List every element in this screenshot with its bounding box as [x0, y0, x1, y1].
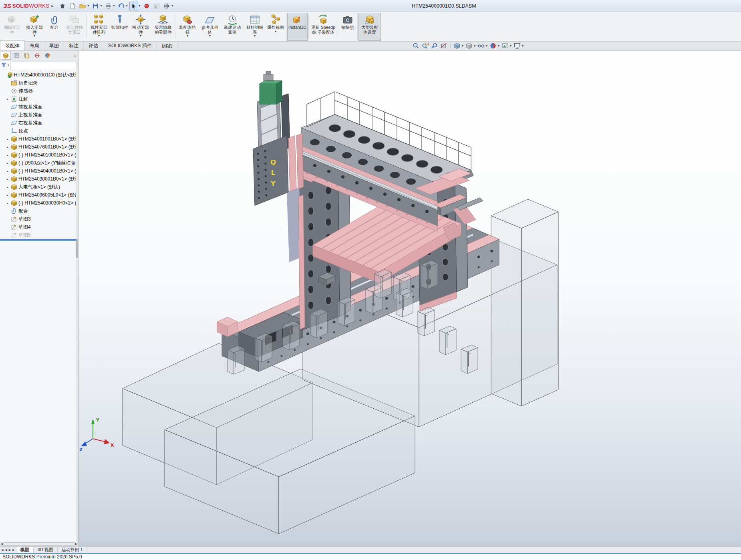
dropdown-caret-icon[interactable]: ▾ [254, 34, 256, 38]
previous-view-icon[interactable] [431, 42, 438, 49]
tree-item-annotations[interactable]: ▸注解 [0, 95, 78, 103]
tab-dimxpertmanager[interactable] [32, 52, 42, 60]
selection-filter-button[interactable] [152, 2, 161, 10]
ribbon-button-new-motion-study[interactable]: 新建运动算例 [221, 13, 244, 41]
expand-arrow-icon[interactable]: ▸ [6, 201, 10, 205]
options-dropdown-icon[interactable]: ▾ [172, 4, 173, 8]
ribbon-button-mate[interactable]: 配合 [46, 13, 63, 41]
tab-layout[interactable]: 布局 [25, 41, 44, 50]
select-tool-button[interactable] [129, 2, 138, 10]
tree-item-component[interactable]: ▸HTM254096005L0<1> (默认 [0, 191, 78, 199]
options-button[interactable] [162, 2, 171, 10]
dropdown-caret-icon[interactable]: ▾ [486, 44, 487, 48]
ribbon-button-component-preview[interactable]: 零部件预览窗口 [63, 13, 86, 41]
new-document-button[interactable] [68, 2, 77, 10]
print-dropdown-icon[interactable]: ▾ [113, 4, 115, 8]
apply-scene-icon[interactable] [501, 42, 509, 49]
ribbon-button-bill-of-materials[interactable]: 材料明细表 ▾ [244, 13, 266, 41]
print-button[interactable] [104, 2, 113, 10]
select-dropdown-icon[interactable]: ▾ [139, 4, 141, 8]
save-button[interactable] [91, 2, 100, 10]
scroll-right-icon[interactable]: ▶ [75, 542, 77, 546]
first-tab-icon[interactable]: ◀ [1, 548, 3, 552]
view-orientation-icon[interactable] [453, 42, 461, 49]
tab-featuremanager[interactable] [1, 52, 11, 60]
ribbon-button-show-hidden[interactable]: 显示隐藏的零部件 [152, 13, 174, 41]
ribbon-button-linear-pattern[interactable]: 线性零部件阵列 ▾ [88, 13, 110, 41]
hide-show-items-icon[interactable] [477, 42, 485, 49]
scrollbar-thumb[interactable] [76, 239, 78, 258]
expand-arrow-icon[interactable]: ▸ [6, 145, 10, 149]
tree-item-mates[interactable]: 配合 [0, 207, 78, 215]
open-document-button[interactable] [78, 2, 87, 10]
previous-tab-icon[interactable]: ◀ [5, 548, 7, 552]
logo-expand-icon[interactable]: ▸ [52, 4, 54, 8]
tab-mbd[interactable]: MBD [157, 42, 178, 50]
filter-dropdown-icon[interactable]: ▾ [8, 64, 9, 67]
tree-item-front-plane[interactable]: 前视基准面 [0, 103, 78, 111]
ribbon-button-smart-fasteners[interactable]: 智能扣件 [110, 13, 129, 41]
ribbon-button-instant3d[interactable]: Instant3D [287, 13, 308, 41]
tree-item-right-plane[interactable]: 右视基准面 [0, 119, 78, 127]
tab-evaluate[interactable]: 评估 [84, 41, 103, 50]
next-tab-icon[interactable]: ▶ [9, 548, 11, 552]
rollback-bar[interactable] [0, 239, 78, 241]
tree-item-origin[interactable]: 原点 [0, 127, 78, 135]
tab-solidworks-addins[interactable]: SOLIDWORKS 插件 [103, 41, 157, 50]
tab-displaymanager[interactable] [42, 52, 52, 60]
tree-item-component[interactable]: ▸(-) HTM254030030H0<2> ( [0, 199, 78, 207]
tree-item-sketch4[interactable]: 草图4 [0, 223, 78, 231]
tab-model[interactable]: 模型 [16, 547, 34, 553]
tree-item-component[interactable]: ▸大电气柜<1> (默认) [0, 183, 78, 191]
ribbon-button-update-speedpak[interactable]: 更新 Speedpak 子装配体 [310, 13, 337, 41]
section-view-icon[interactable] [440, 42, 447, 49]
tree-item-top-plane[interactable]: 上视基准面 [0, 111, 78, 119]
dropdown-caret-icon[interactable]: ▾ [498, 44, 499, 48]
expand-arrow-icon[interactable]: ▸ [6, 177, 10, 181]
last-tab-icon[interactable]: ▶ [12, 548, 14, 552]
tab-motion-study-1[interactable]: 运动算例 1 [58, 547, 87, 553]
display-style-icon[interactable] [465, 42, 473, 49]
home-button[interactable] [58, 2, 67, 10]
expand-arrow-icon[interactable]: ▸ [6, 137, 10, 141]
expand-arrow-icon[interactable]: ▸ [6, 161, 10, 165]
filter-funnel-icon[interactable] [1, 62, 7, 68]
undo-button[interactable] [117, 2, 125, 10]
dropdown-caret-icon[interactable]: ▾ [474, 44, 475, 48]
tree-item-component[interactable]: ▸HTM254030001B0<1> (默认 [0, 175, 78, 183]
undo-dropdown-icon[interactable]: ▾ [126, 4, 128, 8]
zoom-area-icon[interactable] [422, 42, 429, 49]
edit-appearance-icon[interactable] [489, 42, 497, 49]
view-settings-icon[interactable] [513, 42, 521, 49]
tab-3d-views[interactable]: 3D 视图 [34, 547, 58, 553]
scrollbar-track[interactable] [4, 542, 74, 546]
tree-item-sketch5[interactable]: 草图5 [0, 231, 78, 239]
tree-vertical-scrollbar[interactable] [76, 60, 78, 542]
dropdown-caret-icon[interactable]: ▾ [209, 34, 211, 38]
dropdown-caret-icon[interactable]: ▾ [275, 30, 276, 33]
tree-item-root[interactable]: HTM254000001C0 (默认<默认_ [0, 71, 78, 79]
tree-panel-hscrollbar[interactable]: ◀ ▶ [0, 542, 79, 546]
tab-sketch[interactable]: 草图 [44, 41, 64, 50]
ribbon-button-insert-component[interactable]: 插入零部件 ▾ [23, 13, 46, 41]
ribbon-button-large-assembly-settings[interactable]: 大型装配体设置 [358, 13, 381, 41]
dropdown-caret-icon[interactable]: ▾ [510, 44, 511, 48]
tree-item-component[interactable]: ▸(-) HTM254040001B0<1> ( [0, 167, 78, 175]
tree-item-component[interactable]: ▸(-) HTM254010001B0<1> ( [0, 151, 78, 159]
expand-arrow-icon[interactable]: ▸ [6, 153, 10, 157]
ribbon-button-take-snapshot[interactable]: 拍快照 [339, 13, 356, 41]
record-button[interactable] [142, 2, 151, 10]
ribbon-button-exploded-view[interactable]: 爆炸视图 ▾ [266, 13, 285, 41]
dropdown-caret-icon[interactable]: ▾ [140, 34, 141, 38]
manager-tabs-expand-icon[interactable]: › [72, 53, 77, 58]
dropdown-caret-icon[interactable]: ▾ [98, 34, 100, 38]
ribbon-button-edit-component[interactable]: 编辑零部件 [1, 13, 23, 41]
dropdown-caret-icon[interactable]: ▾ [187, 34, 188, 38]
expand-arrow-icon[interactable]: ▸ [6, 97, 10, 101]
scroll-left-icon[interactable]: ◀ [1, 542, 3, 546]
tree-item-component[interactable]: ▸HTM254001001B0<1> (默认 [0, 135, 78, 143]
save-dropdown-icon[interactable]: ▾ [101, 4, 102, 8]
tab-propertymanager[interactable] [11, 52, 21, 60]
ribbon-button-move-component[interactable]: 移动零部件 ▾ [129, 13, 152, 41]
ribbon-button-assembly-features[interactable]: 装配体特征 ▾ [176, 13, 199, 41]
